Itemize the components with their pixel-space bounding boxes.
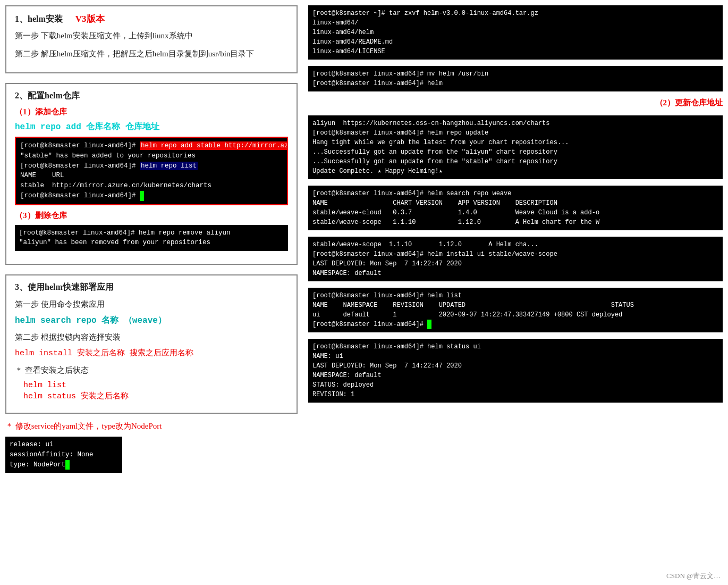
helm-status-cmd: helm status 安装之后名称 (23, 391, 288, 401)
terminal-mv: [root@k8smaster linux-amd64]# mv helm /u… (308, 66, 723, 91)
csdn-footer: CSDN @青云文… (666, 571, 721, 581)
star-note: ＊ 查看安装之后状态 (15, 363, 288, 378)
terminal-tar: [root@k8smaster ~]# tar zxvf helm-v3.0.0… (308, 5, 723, 60)
section1-step2: 第二步 解压helm压缩文件，把解压之后helm目录复制到usr/bin目录下 (15, 47, 288, 61)
section1-step1: 第一步 下载helm安装压缩文件，上传到liunx系统中 (15, 29, 288, 43)
bottom-note: ＊ 修改service的yaml文件，type改为NodePort (5, 421, 298, 431)
section1-box: 1、helm安装 V3版本 第一步 下载helm安装压缩文件，上传到liunx系… (5, 5, 298, 73)
section3-box: 3、使用helm快速部署应用 第一步 使用命令搜索应用 helm search … (5, 274, 298, 414)
left-column: 1、helm安装 V3版本 第一步 下载helm安装压缩文件，上传到liunx系… (5, 5, 303, 478)
helm-list-cmd: helm list (23, 381, 288, 390)
terminal-install: stable/weave-scope 1.1.10 1.12.0 A Helm … (308, 237, 723, 281)
terminal-search: [root@k8smaster linux-amd64]# helm searc… (308, 186, 723, 230)
section3-title: 3、使用helm快速部署应用 (15, 282, 288, 293)
sub3-heading: （3）删除仓库 (15, 211, 288, 221)
search-cmd: helm search repo 名称 （weave） (15, 315, 288, 326)
section3-step2-label: 第二步 根据搜锁内容选择安装 (15, 330, 288, 345)
right-column: [root@k8smaster ~]# tar zxvf helm-v3.0.0… (303, 5, 723, 478)
section3-step1-label: 第一步 使用命令搜索应用 (15, 297, 288, 312)
sub1-heading: （1）添加仓库 (15, 107, 288, 117)
terminal-list: [root@k8smaster linux-amd64]# helm list … (308, 288, 723, 332)
terminal-update: aliyun https://kubernetes.oss-cn-hangzho… (308, 115, 723, 179)
section2-title: 2、配置helm仓库 (15, 90, 288, 102)
terminal-add-repo: [root@k8smaster linux-amd64]# helm repo … (15, 137, 288, 205)
section2-box: 2、配置helm仓库 （1）添加仓库 helm repo add 仓库名称 仓库… (5, 83, 298, 265)
install-cmd: helm install 安装之后名称 搜索之后应用名称 (15, 348, 288, 358)
sub2-heading: （2）更新仓库地址 (655, 98, 723, 108)
section1-title: 1、helm安装 V3版本 (15, 13, 288, 25)
terminal-yaml: release: ui sessionAffinity: None type: … (5, 437, 122, 473)
terminal-remove-repo: [root@k8smaster linux-amd64]# helm repo … (15, 225, 288, 252)
add-repo-cmd: helm repo add 仓库名称 仓库地址 (15, 121, 288, 132)
terminal-status: [root@k8smaster linux-amd64]# helm statu… (308, 339, 723, 403)
